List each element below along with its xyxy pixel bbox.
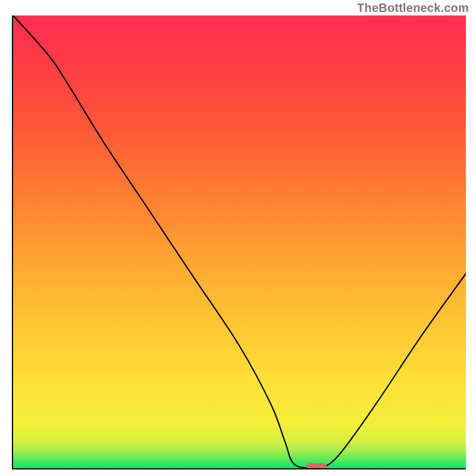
chart-svg [13,15,466,468]
watermark-text: TheBottleneck.com [357,1,469,15]
bottleneck-curve [13,15,466,468]
plot-area [12,15,466,469]
chart-container: TheBottleneck.com [0,0,476,476]
optimal-marker [306,464,327,468]
